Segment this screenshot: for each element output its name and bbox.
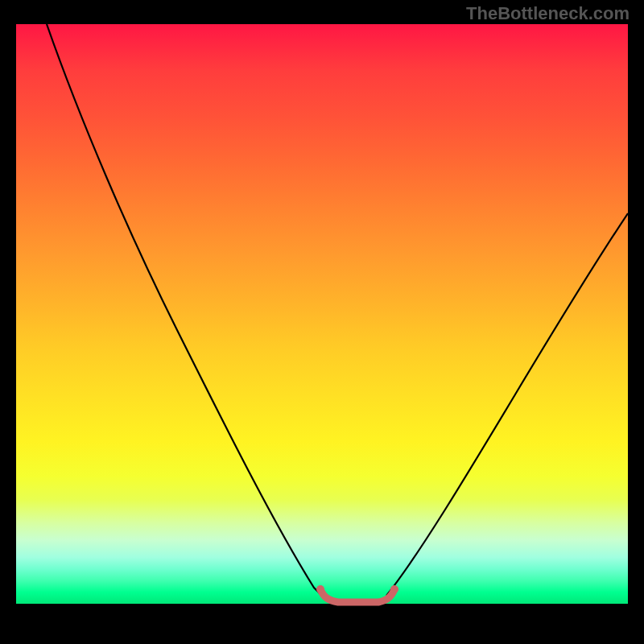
marker-dot-left — [316, 585, 324, 593]
watermark-text: TheBottleneck.com — [466, 3, 630, 24]
chart-area — [16, 24, 628, 636]
curve-overlay — [16, 24, 628, 636]
curve-left — [47, 24, 322, 596]
optimal-marker — [320, 589, 394, 602]
curve-right — [386, 213, 628, 596]
marker-dot-right — [390, 585, 398, 593]
